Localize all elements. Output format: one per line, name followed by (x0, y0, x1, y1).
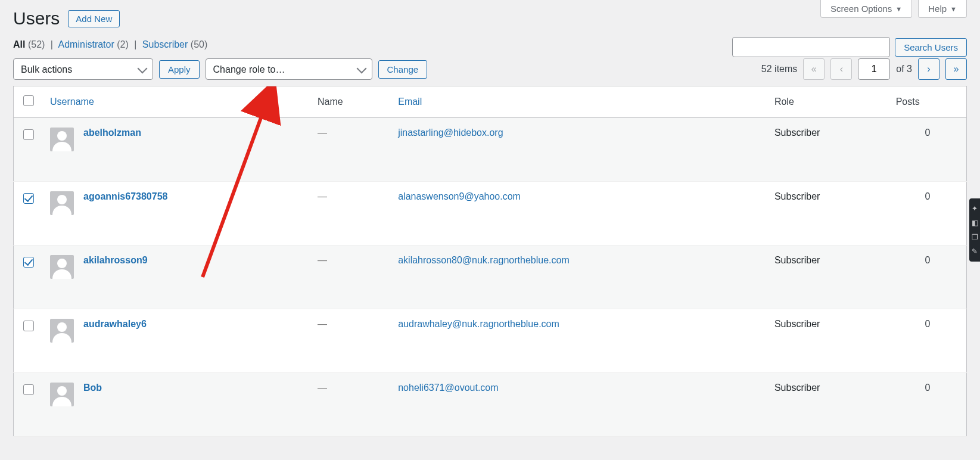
table-row: Bob—noheli6371@ovout.comSubscriber0 (14, 373, 967, 437)
change-role-select[interactable]: Change role to… (206, 58, 372, 80)
pagination-page-input[interactable] (858, 58, 890, 80)
svg-point-4 (57, 386, 67, 396)
svg-point-1 (57, 195, 67, 204)
column-role: Role (767, 86, 889, 118)
ext-icon: ✦ (972, 204, 978, 213)
email-link[interactable]: akilahrosson80@nuk.ragnortheblue.com (398, 255, 570, 265)
user-role: Subscriber (767, 118, 889, 182)
pagination-last[interactable]: » (945, 58, 967, 80)
column-username[interactable]: Username (43, 86, 310, 118)
ext-icon: ◧ (972, 219, 978, 227)
user-display-name: — (318, 255, 327, 265)
help-tab[interactable]: Help ▼ (918, 0, 967, 18)
user-display-name: — (318, 128, 327, 138)
user-role: Subscriber (767, 182, 889, 245)
filter-all[interactable]: All (52) (13, 39, 48, 49)
screen-options-label: Screen Options (830, 4, 892, 14)
pagination-prev: ‹ (830, 58, 852, 80)
user-display-name: — (318, 191, 327, 201)
row-checkbox[interactable] (23, 129, 34, 140)
user-posts-count: 0 (889, 309, 967, 373)
search-users-button[interactable]: Search Users (895, 38, 967, 57)
column-email[interactable]: Email (391, 86, 767, 118)
browser-extension-strip[interactable]: ✦ ◧ ❐ ✎ (969, 198, 980, 262)
email-link[interactable]: noheli6371@ovout.com (398, 383, 498, 393)
screen-options-tab[interactable]: Screen Options ▼ (820, 0, 912, 18)
email-link[interactable]: alanaswenson9@yahoo.com (398, 191, 521, 201)
svg-point-0 (57, 131, 67, 141)
add-new-button[interactable]: Add New (68, 10, 120, 27)
page-title: Users (13, 8, 60, 29)
user-role: Subscriber (767, 373, 889, 437)
avatar (50, 319, 74, 343)
avatar (50, 383, 74, 406)
table-row: akilahrosson9—akilahrosson80@nuk.ragnort… (14, 245, 967, 309)
pagination-items-count: 52 items (761, 64, 797, 74)
username-link[interactable]: abelholzman (83, 128, 141, 138)
row-checkbox[interactable] (23, 321, 34, 331)
user-posts-count: 0 (889, 118, 967, 182)
row-checkbox[interactable] (23, 193, 34, 204)
table-row: audrawhaley6—audrawhaley@nuk.ragnorthebl… (14, 309, 967, 373)
change-button[interactable]: Change (378, 60, 428, 79)
search-users-input[interactable] (732, 37, 890, 57)
user-role: Subscriber (767, 309, 889, 373)
email-link[interactable]: audrawhaley@nuk.ragnortheblue.com (398, 319, 559, 329)
ext-icon: ❐ (972, 233, 978, 241)
table-row: abelholzman—jinastarling@hidebox.orgSubs… (14, 118, 967, 182)
svg-point-3 (57, 322, 67, 332)
user-posts-count: 0 (889, 373, 967, 437)
user-posts-count: 0 (889, 245, 967, 309)
row-checkbox[interactable] (23, 384, 34, 395)
pagination-first: « (803, 58, 825, 80)
pagination-next[interactable]: › (918, 58, 939, 80)
table-row: agoannis67380758—alanaswenson9@yahoo.com… (14, 182, 967, 245)
select-all-checkbox[interactable] (23, 95, 34, 106)
username-link[interactable]: audrawhaley6 (83, 319, 147, 330)
avatar (50, 128, 74, 151)
user-posts-count: 0 (889, 182, 967, 245)
avatar (50, 191, 74, 215)
user-display-name: — (318, 383, 327, 393)
email-link[interactable]: jinastarling@hidebox.org (398, 128, 503, 138)
avatar (50, 255, 74, 279)
apply-button[interactable]: Apply (159, 60, 200, 79)
user-display-name: — (318, 319, 327, 329)
help-label: Help (928, 4, 947, 14)
svg-point-2 (57, 259, 67, 268)
pagination-of-text: of 3 (896, 64, 912, 74)
pagination: 52 items « ‹ of 3 › » (761, 58, 967, 80)
filter-administrator[interactable]: Administrator (2) (58, 39, 132, 49)
caret-down-icon: ▼ (950, 5, 957, 13)
bulk-actions-select[interactable]: Bulk actions (13, 58, 153, 80)
username-link[interactable]: Bob (83, 383, 102, 393)
row-checkbox[interactable] (23, 257, 34, 268)
column-posts: Posts (889, 86, 967, 118)
username-link[interactable]: akilahrosson9 (83, 255, 148, 266)
ext-icon: ✎ (972, 247, 978, 256)
filter-subscriber[interactable]: Subscriber (50) (142, 39, 207, 49)
column-name: Name (310, 86, 391, 118)
user-role: Subscriber (767, 245, 889, 309)
users-table: Username Name Email Role Posts abelholzm… (13, 86, 967, 437)
username-link[interactable]: agoannis67380758 (83, 191, 167, 202)
caret-down-icon: ▼ (895, 5, 902, 13)
